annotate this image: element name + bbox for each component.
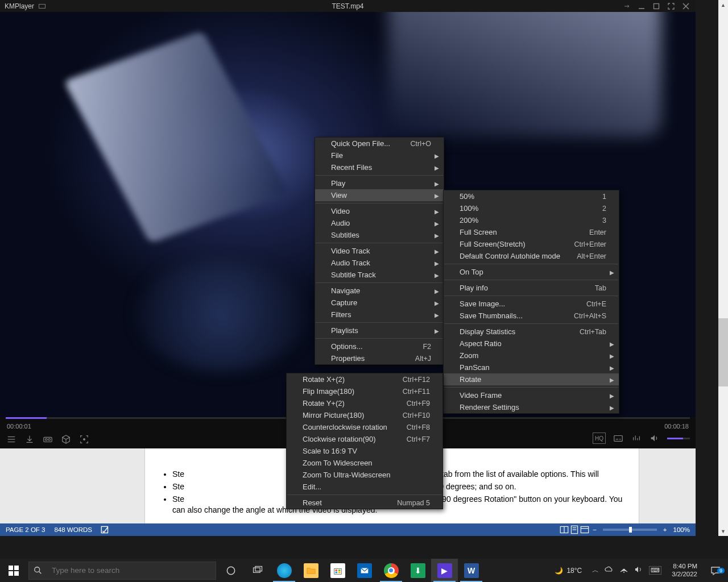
menu-item[interactable]: 200%3 (444, 214, 619, 226)
maximize-button[interactable] (651, 1, 661, 11)
menu-item[interactable]: PropertiesAlt+J (315, 352, 444, 364)
menu-item[interactable]: Capture▶ (315, 297, 444, 309)
menu-item[interactable]: Playlists▶ (315, 325, 444, 336)
menu-item[interactable]: Play▶ (315, 177, 444, 189)
menu-item[interactable]: Audio Track▶ (315, 257, 444, 269)
menu-item[interactable]: Default Control Autohide modeAlt+Enter (444, 250, 619, 262)
menu-item[interactable]: Save Image...Ctrl+E (444, 298, 619, 310)
taskbar-clock[interactable]: 8:40 PM 3/2/2022 (666, 563, 703, 577)
word-zoom-slider[interactable] (603, 529, 657, 531)
menu-item[interactable]: PanScan▶ (444, 361, 619, 373)
menu-item[interactable]: On Top▶ (444, 266, 619, 278)
word-zoom-in[interactable]: + (660, 526, 670, 533)
menu-item[interactable]: Rotate X+(2)Ctrl+F12 (287, 373, 442, 385)
playlist-icon[interactable] (6, 434, 17, 445)
menu-item[interactable]: Filters▶ (315, 309, 444, 321)
edge-taskbar-icon[interactable] (271, 559, 297, 582)
file-explorer-taskbar-icon[interactable] (297, 559, 324, 582)
taskbar-search[interactable] (28, 562, 216, 580)
chrome-taskbar-icon[interactable] (378, 559, 404, 582)
menu-item[interactable]: Audio▶ (315, 217, 444, 229)
msstore-taskbar-icon[interactable] (324, 559, 351, 582)
menu-item[interactable]: Renderer Settings▶ (444, 401, 619, 413)
menu-item[interactable]: Aspect Ratio▶ (444, 338, 619, 350)
download-icon[interactable] (24, 434, 35, 445)
tray-volume-icon[interactable] (634, 565, 643, 576)
fullscreen-button[interactable] (666, 1, 676, 11)
vr-icon[interactable] (42, 434, 53, 445)
word-vertical-scrollbar[interactable]: ▲ ▼ (718, 0, 728, 536)
menu-item[interactable]: Scale to 16:9 TV (287, 445, 442, 457)
menu-item[interactable]: Recent Files▶ (315, 161, 444, 173)
word-zoom-out[interactable]: − (590, 526, 599, 533)
menu-item[interactable]: Full ScreenEnter (444, 226, 619, 238)
app-taskbar-icon[interactable]: ⬇ (404, 559, 431, 582)
menu-item[interactable]: Zoom▶ (444, 350, 619, 361)
tray-network-icon[interactable] (619, 565, 628, 576)
scroll-down-arrow-icon[interactable]: ▼ (718, 526, 728, 536)
menu-item[interactable]: Rotate Y+(2)Ctrl+F9 (287, 397, 442, 409)
kmplayer-titlebar[interactable]: KMPlayer TEST.mp4 (0, 0, 696, 12)
menu-item[interactable]: Video▶ (315, 205, 444, 217)
scroll-up-arrow-icon[interactable]: ▲ (718, 0, 728, 10)
taskbar-notifications[interactable]: 9 (703, 566, 728, 576)
word-taskbar-icon[interactable]: W (458, 559, 485, 582)
menu-item[interactable]: 50%1 (444, 190, 619, 202)
scrollbar-thumb[interactable] (718, 318, 728, 386)
word-page-indicator[interactable]: PAGE 2 OF 3 (6, 526, 45, 533)
menu-item[interactable]: Subtitles▶ (315, 229, 444, 241)
task-view-button[interactable] (244, 559, 271, 582)
context-menu-rotate[interactable]: Rotate X+(2)Ctrl+F12Flip Image(180)Ctrl+… (286, 373, 443, 509)
menu-item[interactable]: Zoom To Widescreen (287, 457, 442, 469)
word-word-count[interactable]: 848 WORDS (54, 526, 92, 533)
word-proofing-icon[interactable] (100, 525, 110, 534)
menu-item[interactable]: Full Screen(Stretch)Ctrl+Enter (444, 238, 619, 250)
tray-onedrive-icon[interactable] (605, 565, 614, 576)
minimize-button[interactable] (636, 1, 647, 11)
menu-item[interactable]: Zoom To Ultra-Widescreen (287, 469, 442, 481)
word-web-layout-icon[interactable] (580, 525, 590, 534)
word-print-layout-icon[interactable] (569, 525, 580, 534)
menu-item[interactable]: Counterclockwise rotationCtrl+F8 (287, 421, 442, 433)
menu-item[interactable]: 100%2 (444, 202, 619, 214)
word-zoom-percent[interactable]: 100% (673, 526, 690, 533)
menu-item[interactable]: View▶ (315, 189, 444, 201)
menu-item[interactable]: Subtitle Track▶ (315, 269, 444, 281)
menu-item[interactable]: Mirror Picture(180)Ctrl+F10 (287, 409, 442, 421)
taskbar-search-input[interactable] (47, 566, 216, 575)
menu-item[interactable]: Flip Image(180)Ctrl+F11 (287, 385, 442, 397)
subtitle-icon[interactable] (613, 433, 624, 444)
tray-chevron-up-icon[interactable]: ︿ (592, 566, 599, 575)
close-button[interactable] (681, 1, 691, 11)
menu-item[interactable]: Clockwise rotation(90)Ctrl+F7 (287, 433, 442, 445)
menu-item[interactable]: Video Frame▶ (444, 389, 619, 401)
menu-item[interactable]: Display StatisticsCtrl+Tab (444, 326, 619, 338)
kmplayer-menu-icon[interactable] (39, 4, 46, 9)
menu-item[interactable]: Options...F2 (315, 340, 444, 352)
kmplayer-pin-icon[interactable] (622, 1, 632, 11)
cortana-button[interactable] (217, 559, 244, 582)
context-menu-view[interactable]: 50%1100%2200%3Full ScreenEnterFull Scree… (443, 190, 619, 414)
focus-icon[interactable] (78, 434, 90, 445)
menu-item[interactable]: Video Track▶ (315, 245, 444, 257)
menu-item[interactable]: Navigate▶ (315, 285, 444, 297)
menu-item[interactable]: Edit... (287, 481, 442, 493)
start-button[interactable] (0, 559, 27, 582)
menu-item[interactable]: ResetNumpad 5 (287, 497, 442, 509)
volume-icon[interactable] (649, 433, 660, 444)
hq-badge[interactable]: HQ (593, 433, 606, 444)
taskbar-weather[interactable]: 🌙 18°C (549, 567, 588, 575)
cube-3d-icon[interactable] (60, 434, 72, 445)
mail-taskbar-icon[interactable] (351, 559, 378, 582)
tray-language-icon[interactable]: ⌨ (649, 566, 661, 575)
word-read-mode-icon[interactable] (559, 525, 569, 534)
equalizer-icon[interactable] (631, 433, 642, 444)
context-menu-main[interactable]: Quick Open File...Ctrl+OFile▶Recent File… (315, 137, 444, 365)
volume-slider[interactable] (667, 438, 690, 439)
kmplayer-taskbar-icon[interactable]: ▶ (431, 559, 458, 582)
menu-item[interactable]: Rotate▶ (444, 373, 619, 385)
menu-item[interactable]: Quick Open File...Ctrl+O (315, 138, 444, 149)
menu-item[interactable]: File▶ (315, 149, 444, 161)
menu-item[interactable]: Save Thumbnails...Ctrl+Alt+S (444, 310, 619, 322)
menu-item[interactable]: Play infoTab (444, 282, 619, 294)
